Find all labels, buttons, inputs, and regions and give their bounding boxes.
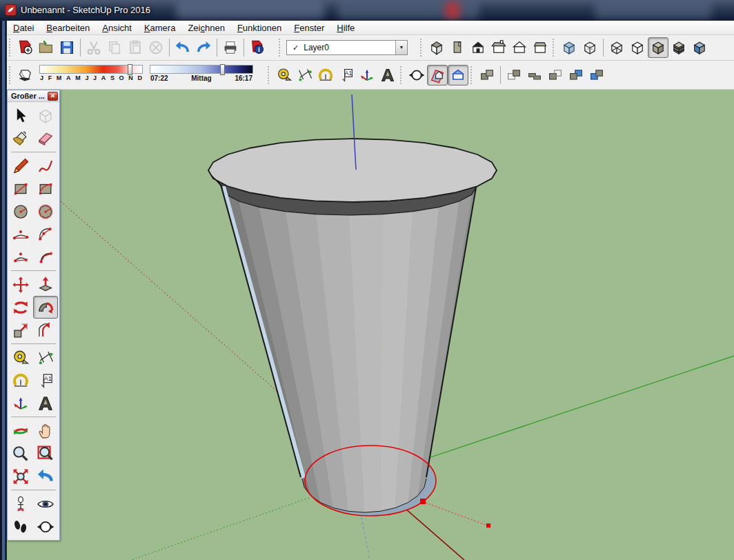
three-point-arc-tool[interactable] xyxy=(8,246,33,268)
rectangle-tool[interactable] xyxy=(8,177,33,200)
redo-button[interactable] xyxy=(193,37,214,58)
move-tool[interactable] xyxy=(8,273,33,296)
push-pull-tool[interactable] xyxy=(33,273,58,296)
walk-tool[interactable] xyxy=(8,515,33,538)
tape-measure-tool[interactable] xyxy=(8,346,33,369)
new-button[interactable] xyxy=(15,37,36,58)
section-plane-button[interactable] xyxy=(406,65,427,86)
display-section-planes-button[interactable] xyxy=(427,65,448,86)
toolbar-grip[interactable] xyxy=(420,39,424,57)
paste-button[interactable] xyxy=(125,37,146,58)
model-viewport[interactable] xyxy=(7,90,734,560)
solid-trim-button[interactable] xyxy=(566,65,586,86)
protractor-button[interactable] xyxy=(315,65,336,86)
style-wireframe-button[interactable] xyxy=(606,37,627,58)
filled-pie-tool[interactable] xyxy=(33,246,58,268)
toolbar-grip[interactable] xyxy=(9,39,12,57)
slider-thumb[interactable] xyxy=(128,64,132,75)
view-front-button[interactable] xyxy=(468,37,488,58)
solid-subtract-button[interactable] xyxy=(545,65,566,86)
delete-button[interactable] xyxy=(146,37,166,58)
shadow-time-slider[interactable]: 07:22Mittag16:17 xyxy=(150,65,253,86)
text-button[interactable]: A1 xyxy=(336,65,357,86)
menu-funktionen[interactable]: Funktionen xyxy=(231,22,288,34)
shadows-toggle-button[interactable] xyxy=(15,65,36,86)
menu-datei[interactable]: Datei xyxy=(7,22,40,34)
menu-fenster[interactable]: Fenster xyxy=(288,22,330,34)
style-textured-button[interactable] xyxy=(668,37,689,58)
shadow-date-slider[interactable]: JFMAMJJASOND xyxy=(39,65,143,86)
toolbar-grip[interactable] xyxy=(470,66,474,84)
zoom-tool[interactable] xyxy=(8,442,33,465)
solid-union-button[interactable] xyxy=(524,65,545,86)
style-monochrome-button[interactable] xyxy=(689,37,710,58)
open-button[interactable] xyxy=(36,37,57,58)
style-shaded-button[interactable] xyxy=(648,37,668,58)
3d-text-tool[interactable] xyxy=(33,392,58,414)
rotate-tool[interactable] xyxy=(8,296,33,319)
time-slider-track[interactable] xyxy=(150,65,253,74)
view-top-button[interactable] xyxy=(447,37,468,58)
toolbar-grip[interactable] xyxy=(400,66,404,84)
cut-button[interactable] xyxy=(83,37,104,58)
menu-bearbeiten[interactable]: Bearbeiten xyxy=(40,22,96,34)
make-component-tool[interactable] xyxy=(33,104,58,127)
orbit-tool[interactable] xyxy=(8,419,33,442)
dimensions-button[interactable] xyxy=(295,65,315,86)
toolbar-grip[interactable] xyxy=(553,39,556,57)
zoom-extents-tool[interactable] xyxy=(8,465,33,488)
style-hidden-line-button[interactable] xyxy=(627,37,648,58)
view-right-button[interactable] xyxy=(488,37,509,58)
view-back-button[interactable] xyxy=(530,37,550,58)
paint-bucket-tool[interactable] xyxy=(8,127,33,150)
axes-tool[interactable] xyxy=(8,392,33,414)
layer-select[interactable]: ✓Layer0▼ xyxy=(286,40,408,55)
two-point-arc-tool[interactable] xyxy=(8,223,33,246)
axes-button[interactable] xyxy=(357,65,377,86)
slider-thumb[interactable] xyxy=(220,64,225,75)
pan-tool[interactable] xyxy=(33,419,58,442)
display-section-cuts-button[interactable] xyxy=(448,65,468,86)
chevron-down-icon[interactable]: ▼ xyxy=(395,41,407,54)
select-tool[interactable] xyxy=(8,104,33,127)
text-tool[interactable]: A1 xyxy=(33,369,58,392)
freehand-tool[interactable] xyxy=(33,154,58,177)
toolbar-grip[interactable] xyxy=(9,66,12,84)
solid-intersect-button[interactable] xyxy=(504,65,524,86)
section-plane-tool[interactable] xyxy=(33,515,58,538)
protractor-tool[interactable] xyxy=(8,369,33,392)
view-left-button[interactable] xyxy=(509,37,530,58)
dimensions-tool[interactable] xyxy=(33,346,58,369)
palette-title-bar[interactable]: Großer ... ✕ xyxy=(8,90,59,102)
copy-button[interactable] xyxy=(104,37,125,58)
tape-measure-button[interactable] xyxy=(274,65,295,86)
view-iso-button[interactable] xyxy=(426,37,447,58)
save-button[interactable] xyxy=(57,37,77,58)
close-icon[interactable]: ✕ xyxy=(48,92,58,101)
style-xray-button[interactable] xyxy=(559,37,579,58)
model-info-button[interactable]: i xyxy=(247,37,268,58)
circle-tool[interactable] xyxy=(8,200,33,223)
follow-me-tool[interactable] xyxy=(33,296,58,319)
menu-hilfe[interactable]: Hilfe xyxy=(330,22,361,34)
inference-point-handle[interactable] xyxy=(486,523,490,528)
cone-top-face[interactable] xyxy=(208,139,497,202)
position-camera-tool[interactable] xyxy=(8,492,33,515)
offset-tool[interactable] xyxy=(33,319,58,341)
zoom-window-tool[interactable] xyxy=(33,442,58,465)
toolbar-grip[interactable] xyxy=(279,39,282,57)
viewport-canvas[interactable] xyxy=(7,90,734,560)
line-tool[interactable] xyxy=(8,154,33,177)
eraser-tool[interactable] xyxy=(33,127,58,150)
polygon-tool[interactable] xyxy=(33,200,58,223)
menu-ansicht[interactable]: Ansicht xyxy=(96,22,138,34)
toolbar-grip[interactable] xyxy=(268,66,271,84)
menu-zeichnen[interactable]: Zeichnen xyxy=(181,22,230,34)
solid-split-button[interactable] xyxy=(586,65,607,86)
scale-tool[interactable] xyxy=(8,319,33,341)
menu-kamera[interactable]: Kamera xyxy=(138,22,182,34)
print-button[interactable] xyxy=(220,37,241,58)
title-bar[interactable]: Unbenannt - SketchUp Pro 2016 xyxy=(0,0,734,21)
3d-text-button[interactable] xyxy=(377,65,398,86)
rotated-rectangle-tool[interactable] xyxy=(33,177,58,200)
